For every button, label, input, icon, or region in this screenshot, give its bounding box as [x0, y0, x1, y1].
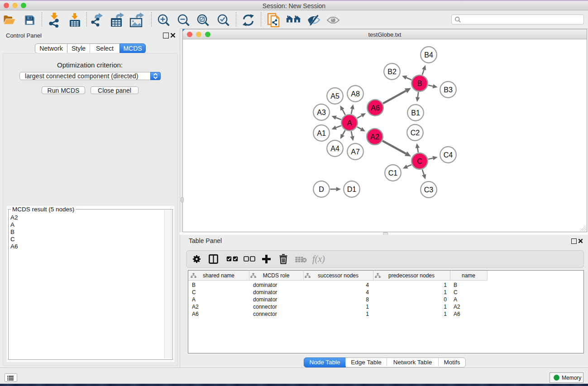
- svg-text:A: A: [347, 119, 352, 127]
- svg-text:A7: A7: [351, 148, 360, 156]
- svg-text:B4: B4: [424, 51, 433, 59]
- svg-text:A4: A4: [330, 145, 339, 152]
- svg-text:A2: A2: [370, 133, 379, 141]
- svg-text:D: D: [319, 186, 324, 193]
- svg-text:A3: A3: [317, 109, 326, 116]
- svg-text:C3: C3: [424, 186, 434, 194]
- svg-text:C4: C4: [444, 151, 453, 159]
- svg-text:A6: A6: [371, 104, 380, 112]
- svg-text:B1: B1: [411, 109, 420, 117]
- svg-text:A1: A1: [317, 129, 326, 137]
- svg-text:A5: A5: [330, 92, 339, 100]
- svg-text:C: C: [417, 157, 422, 165]
- svg-text:D1: D1: [347, 186, 357, 193]
- svg-text:A8: A8: [351, 90, 360, 98]
- svg-text:C1: C1: [388, 169, 398, 177]
- svg-text:B: B: [417, 80, 422, 87]
- svg-text:B3: B3: [444, 86, 453, 94]
- svg-text:C2: C2: [411, 129, 420, 137]
- svg-text:B2: B2: [387, 68, 397, 76]
